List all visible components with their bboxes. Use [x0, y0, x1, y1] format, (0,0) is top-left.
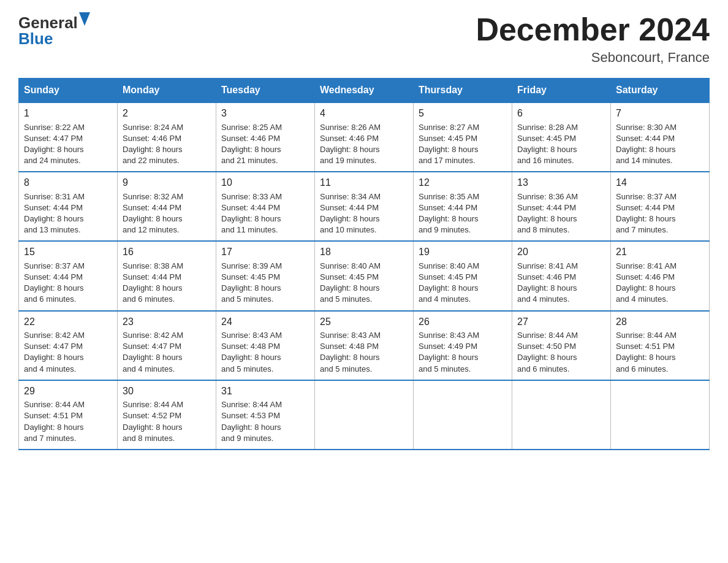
day-number: 22	[24, 315, 112, 329]
calendar-week-row: 29 Sunrise: 8:44 AM Sunset: 4:51 PM Dayl…	[19, 380, 710, 450]
table-row: 3 Sunrise: 8:25 AM Sunset: 4:46 PM Dayli…	[216, 102, 315, 172]
day-number: 18	[320, 245, 408, 259]
day-number: 23	[123, 315, 211, 329]
table-row	[414, 380, 512, 450]
calendar-header-row: Sunday Monday Tuesday Wednesday Thursday…	[19, 79, 710, 103]
table-row: 15 Sunrise: 8:37 AM Sunset: 4:44 PM Dayl…	[19, 241, 118, 310]
day-details: Sunrise: 8:44 AM Sunset: 4:51 PM Dayligh…	[616, 330, 704, 375]
col-friday: Friday	[512, 79, 611, 103]
day-details: Sunrise: 8:32 AM Sunset: 4:44 PM Dayligh…	[123, 191, 211, 236]
table-row: 16 Sunrise: 8:38 AM Sunset: 4:44 PM Dayl…	[118, 241, 216, 310]
col-wednesday: Wednesday	[315, 79, 414, 103]
table-row: 29 Sunrise: 8:44 AM Sunset: 4:51 PM Dayl…	[19, 380, 118, 450]
day-details: Sunrise: 8:38 AM Sunset: 4:44 PM Dayligh…	[123, 261, 211, 305]
calendar-week-row: 1 Sunrise: 8:22 AM Sunset: 4:47 PM Dayli…	[19, 102, 710, 172]
day-details: Sunrise: 8:42 AM Sunset: 4:47 PM Dayligh…	[24, 330, 112, 375]
day-number: 8	[24, 176, 112, 190]
day-details: Sunrise: 8:44 AM Sunset: 4:53 PM Dayligh…	[221, 399, 309, 444]
day-details: Sunrise: 8:43 AM Sunset: 4:48 PM Dayligh…	[221, 330, 309, 375]
day-number: 17	[221, 245, 309, 259]
table-row: 8 Sunrise: 8:31 AM Sunset: 4:44 PM Dayli…	[19, 172, 118, 241]
day-details: Sunrise: 8:44 AM Sunset: 4:52 PM Dayligh…	[123, 399, 211, 444]
table-row: 25 Sunrise: 8:43 AM Sunset: 4:48 PM Dayl…	[315, 311, 414, 380]
page-title: December 2024	[476, 12, 710, 47]
day-details: Sunrise: 8:27 AM Sunset: 4:45 PM Dayligh…	[419, 122, 507, 167]
day-number: 20	[517, 245, 605, 259]
day-details: Sunrise: 8:40 AM Sunset: 4:45 PM Dayligh…	[320, 261, 408, 305]
day-number: 5	[419, 107, 507, 120]
day-number: 29	[24, 385, 112, 398]
title-block: December 2024 Seboncourt, France	[476, 12, 710, 66]
day-number: 26	[419, 315, 507, 329]
day-details: Sunrise: 8:43 AM Sunset: 4:49 PM Dayligh…	[419, 330, 507, 375]
day-number: 1	[24, 107, 112, 120]
day-number: 21	[616, 245, 704, 259]
subtitle: Seboncourt, France	[476, 50, 710, 66]
table-row	[315, 380, 414, 450]
day-number: 2	[123, 107, 211, 120]
calendar-week-row: 15 Sunrise: 8:37 AM Sunset: 4:44 PM Dayl…	[19, 241, 710, 310]
col-saturday: Saturday	[611, 79, 710, 103]
table-row: 13 Sunrise: 8:36 AM Sunset: 4:44 PM Dayl…	[512, 172, 611, 241]
day-number: 4	[320, 107, 408, 120]
day-details: Sunrise: 8:34 AM Sunset: 4:44 PM Dayligh…	[320, 191, 408, 236]
col-sunday: Sunday	[19, 79, 118, 103]
table-row: 24 Sunrise: 8:43 AM Sunset: 4:48 PM Dayl…	[216, 311, 315, 380]
logo-general: General	[18, 15, 78, 31]
day-number: 12	[419, 176, 507, 190]
table-row	[512, 380, 611, 450]
day-number: 13	[517, 176, 605, 190]
day-details: Sunrise: 8:43 AM Sunset: 4:48 PM Dayligh…	[320, 330, 408, 375]
day-details: Sunrise: 8:26 AM Sunset: 4:46 PM Dayligh…	[320, 122, 408, 167]
day-number: 31	[221, 385, 309, 398]
table-row: 23 Sunrise: 8:42 AM Sunset: 4:47 PM Dayl…	[118, 311, 216, 380]
day-details: Sunrise: 8:36 AM Sunset: 4:44 PM Dayligh…	[517, 191, 605, 236]
day-number: 11	[320, 176, 408, 190]
table-row: 4 Sunrise: 8:26 AM Sunset: 4:46 PM Dayli…	[315, 102, 414, 172]
day-details: Sunrise: 8:30 AM Sunset: 4:44 PM Dayligh…	[616, 122, 704, 167]
table-row: 19 Sunrise: 8:40 AM Sunset: 4:45 PM Dayl…	[414, 241, 512, 310]
table-row: 7 Sunrise: 8:30 AM Sunset: 4:44 PM Dayli…	[611, 102, 710, 172]
table-row: 30 Sunrise: 8:44 AM Sunset: 4:52 PM Dayl…	[118, 380, 216, 450]
table-row: 1 Sunrise: 8:22 AM Sunset: 4:47 PM Dayli…	[19, 102, 118, 172]
day-number: 27	[517, 315, 605, 329]
day-details: Sunrise: 8:28 AM Sunset: 4:45 PM Dayligh…	[517, 122, 605, 167]
table-row: 28 Sunrise: 8:44 AM Sunset: 4:51 PM Dayl…	[611, 311, 710, 380]
col-tuesday: Tuesday	[216, 79, 315, 103]
day-number: 19	[419, 245, 507, 259]
day-details: Sunrise: 8:44 AM Sunset: 4:50 PM Dayligh…	[517, 330, 605, 375]
table-row: 12 Sunrise: 8:35 AM Sunset: 4:44 PM Dayl…	[414, 172, 512, 241]
table-row: 6 Sunrise: 8:28 AM Sunset: 4:45 PM Dayli…	[512, 102, 611, 172]
day-number: 15	[24, 245, 112, 259]
table-row: 9 Sunrise: 8:32 AM Sunset: 4:44 PM Dayli…	[118, 172, 216, 241]
day-details: Sunrise: 8:22 AM Sunset: 4:47 PM Dayligh…	[24, 122, 112, 167]
day-number: 7	[616, 107, 704, 120]
table-row: 21 Sunrise: 8:41 AM Sunset: 4:46 PM Dayl…	[611, 241, 710, 310]
table-row: 14 Sunrise: 8:37 AM Sunset: 4:44 PM Dayl…	[611, 172, 710, 241]
table-row: 17 Sunrise: 8:39 AM Sunset: 4:45 PM Dayl…	[216, 241, 315, 310]
col-monday: Monday	[118, 79, 216, 103]
table-row: 10 Sunrise: 8:33 AM Sunset: 4:44 PM Dayl…	[216, 172, 315, 241]
day-number: 9	[123, 176, 211, 190]
day-details: Sunrise: 8:33 AM Sunset: 4:44 PM Dayligh…	[221, 191, 309, 236]
logo-blue: Blue	[18, 29, 53, 48]
table-row	[611, 380, 710, 450]
table-row: 20 Sunrise: 8:41 AM Sunset: 4:46 PM Dayl…	[512, 241, 611, 310]
day-details: Sunrise: 8:40 AM Sunset: 4:45 PM Dayligh…	[419, 261, 507, 305]
logo-arrow-icon	[79, 12, 90, 26]
day-number: 24	[221, 315, 309, 329]
table-row: 18 Sunrise: 8:40 AM Sunset: 4:45 PM Dayl…	[315, 241, 414, 310]
day-details: Sunrise: 8:37 AM Sunset: 4:44 PM Dayligh…	[616, 191, 704, 236]
logo: General Blue	[18, 12, 90, 47]
day-details: Sunrise: 8:41 AM Sunset: 4:46 PM Dayligh…	[517, 261, 605, 305]
day-details: Sunrise: 8:25 AM Sunset: 4:46 PM Dayligh…	[221, 122, 309, 167]
day-details: Sunrise: 8:37 AM Sunset: 4:44 PM Dayligh…	[24, 261, 112, 305]
day-details: Sunrise: 8:35 AM Sunset: 4:44 PM Dayligh…	[419, 191, 507, 236]
day-details: Sunrise: 8:31 AM Sunset: 4:44 PM Dayligh…	[24, 191, 112, 236]
calendar-week-row: 22 Sunrise: 8:42 AM Sunset: 4:47 PM Dayl…	[19, 311, 710, 380]
table-row: 27 Sunrise: 8:44 AM Sunset: 4:50 PM Dayl…	[512, 311, 611, 380]
day-details: Sunrise: 8:42 AM Sunset: 4:47 PM Dayligh…	[123, 330, 211, 375]
day-number: 28	[616, 315, 704, 329]
calendar-week-row: 8 Sunrise: 8:31 AM Sunset: 4:44 PM Dayli…	[19, 172, 710, 241]
day-number: 6	[517, 107, 605, 120]
